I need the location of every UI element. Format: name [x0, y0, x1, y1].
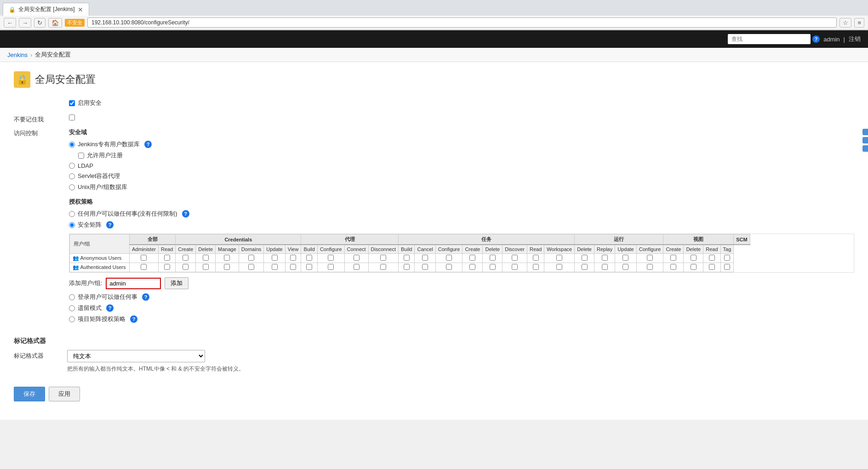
matrix-help-icon[interactable]: ?: [106, 221, 114, 229]
remember-me-checkbox[interactable]: [69, 114, 75, 120]
browser-tab[interactable]: 🔒 全局安全配置 [Jenkins] ✕: [3, 3, 89, 16]
anon-cred-domains[interactable]: [248, 255, 254, 261]
anyone-help-icon[interactable]: ?: [182, 210, 189, 217]
breadcrumb-root[interactable]: Jenkins: [7, 51, 28, 58]
remember-me-row: 不要记住我: [14, 114, 854, 124]
anon-run-delete[interactable]: [582, 255, 588, 261]
matrix-label: 安全矩阵: [78, 221, 102, 229]
auth-task-delete[interactable]: [490, 264, 496, 270]
jenkins-header: ? admin | 注销: [0, 30, 868, 48]
bookmark-button[interactable]: ☆: [839, 18, 851, 28]
unix-label: Unix用户/组数据库: [78, 183, 127, 191]
auth-task-cancel[interactable]: [422, 264, 428, 270]
auth-proxy-disconnect[interactable]: [380, 264, 386, 270]
anon-cred-delete[interactable]: [203, 255, 209, 261]
anon-proxy-configure[interactable]: [328, 255, 334, 261]
auth-proxy-connect[interactable]: [354, 264, 360, 270]
auth-view-read[interactable]: [709, 264, 715, 270]
ldap-radio[interactable]: [69, 163, 75, 169]
auth-administer[interactable]: [141, 264, 147, 270]
anon-proxy-build[interactable]: [306, 255, 312, 261]
anon-view-configure[interactable]: [647, 255, 653, 261]
anon-cred-manage[interactable]: [224, 255, 230, 261]
anonymous-users-row: 👥 Anonymous Users: [70, 254, 750, 263]
anon-task-configure[interactable]: [446, 255, 452, 261]
add-user-input[interactable]: [106, 278, 161, 289]
anon-run-replay[interactable]: [602, 255, 608, 261]
auth-run-delete[interactable]: [582, 264, 588, 270]
header-help-icon[interactable]: ?: [812, 35, 820, 43]
search-input[interactable]: [728, 34, 811, 44]
anon-task-discover[interactable]: [512, 255, 518, 261]
save-button[interactable]: 保存: [14, 387, 45, 401]
auth-run-replay[interactable]: [602, 264, 608, 270]
auth-task-configure[interactable]: [446, 264, 452, 270]
apply-button[interactable]: 应用: [49, 387, 80, 401]
auth-scm-tag[interactable]: [724, 264, 730, 270]
col-user-group: 用户/组: [70, 234, 130, 254]
anon-view-delete[interactable]: [691, 255, 697, 261]
auth-cred-manage[interactable]: [224, 264, 230, 270]
auth-task-create[interactable]: [469, 264, 475, 270]
jenkins-db-radio[interactable]: [69, 142, 75, 148]
allow-signup-checkbox[interactable]: [78, 153, 84, 159]
auth-cred-delete[interactable]: [203, 264, 209, 270]
auth-task-discover[interactable]: [512, 264, 518, 270]
anon-view-create[interactable]: [670, 255, 676, 261]
anon-scm-tag[interactable]: [724, 255, 730, 261]
auth-task-workspace[interactable]: [556, 264, 562, 270]
menu-button[interactable]: ≡: [854, 18, 864, 28]
anon-proxy-disconnect[interactable]: [380, 255, 386, 261]
address-bar[interactable]: [87, 17, 837, 28]
anon-cred-create[interactable]: [183, 255, 188, 261]
anon-task-build[interactable]: [404, 255, 410, 261]
legacy-radio[interactable]: [69, 305, 75, 311]
anyone-radio[interactable]: [69, 211, 75, 217]
anon-proxy-connect[interactable]: [354, 255, 360, 261]
anon-read[interactable]: [164, 255, 170, 261]
login-anyone-radio[interactable]: [69, 294, 75, 300]
auth-task-read[interactable]: [533, 264, 539, 270]
anon-task-delete[interactable]: [490, 255, 496, 261]
project-matrix-radio[interactable]: [69, 316, 75, 322]
refresh-button[interactable]: ↻: [34, 18, 46, 28]
auth-cred-update[interactable]: [272, 264, 278, 270]
home-button[interactable]: 🏠: [48, 18, 62, 28]
logout-button[interactable]: 注销: [849, 35, 861, 43]
login-anyone-help-icon[interactable]: ?: [142, 293, 149, 301]
back-button[interactable]: ←: [4, 18, 16, 28]
auth-view-delete[interactable]: [691, 264, 697, 270]
anon-cred-view[interactable]: [290, 255, 296, 261]
legacy-help-icon[interactable]: ?: [106, 304, 114, 312]
auth-view-create[interactable]: [670, 264, 676, 270]
anon-run-update[interactable]: [622, 255, 628, 261]
add-user-button[interactable]: 添加: [165, 277, 188, 289]
auth-proxy-configure[interactable]: [328, 264, 334, 270]
auth-proxy-build[interactable]: [306, 264, 312, 270]
auth-read[interactable]: [164, 264, 170, 270]
auth-cred-create[interactable]: [183, 264, 188, 270]
auth-cred-domains[interactable]: [248, 264, 254, 270]
forward-button[interactable]: →: [19, 18, 31, 28]
sub-create: Create: [176, 245, 196, 254]
auth-view-configure[interactable]: [647, 264, 653, 270]
jenkins-db-help-icon[interactable]: ?: [144, 141, 152, 148]
auth-cred-view[interactable]: [290, 264, 296, 270]
anon-view-read[interactable]: [709, 255, 715, 261]
servlet-radio[interactable]: [69, 173, 75, 179]
anon-task-workspace[interactable]: [556, 255, 562, 261]
auth-run-update[interactable]: [622, 264, 628, 270]
matrix-radio[interactable]: [69, 222, 75, 228]
unix-radio[interactable]: [69, 184, 75, 190]
anon-administer[interactable]: [141, 255, 147, 261]
col-run-header: 运行: [575, 234, 663, 245]
anon-task-read[interactable]: [533, 255, 539, 261]
anon-cred-update[interactable]: [272, 255, 278, 261]
anon-task-cancel[interactable]: [422, 255, 428, 261]
tab-close-button[interactable]: ✕: [78, 6, 83, 13]
formatter-select[interactable]: 纯文本 HTML Markdown: [67, 350, 205, 362]
project-matrix-help-icon[interactable]: ?: [130, 315, 137, 323]
enable-security-checkbox[interactable]: [69, 100, 75, 106]
anon-task-create[interactable]: [469, 255, 475, 261]
auth-task-build[interactable]: [404, 264, 410, 270]
